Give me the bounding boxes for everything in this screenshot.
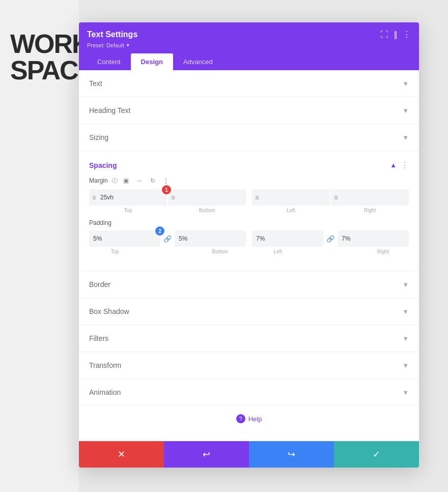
section-sizing-label: Sizing xyxy=(89,133,108,141)
more-margin-icon[interactable]: ⋮ xyxy=(161,176,171,185)
panel-header-top: Text Settings ⛶ ‖ ⋮ xyxy=(87,30,411,39)
panel-header: Text Settings ⛶ ‖ ⋮ Preset: Default ▼ Co… xyxy=(79,22,419,70)
link-icon: ≣ xyxy=(92,195,96,200)
padding-input-labels: Top Bottom Left Right xyxy=(89,249,409,254)
columns-icon[interactable]: ‖ xyxy=(394,30,398,39)
padding-lr-labels: Left Right xyxy=(252,249,409,254)
tab-bar: Content Design Advanced xyxy=(87,53,411,70)
section-transform[interactable]: Transform ▼ xyxy=(79,352,419,379)
margin-bottom-input-box: ≣ xyxy=(168,189,246,206)
preset-arrow-icon: ▼ xyxy=(126,43,130,48)
section-filters[interactable]: Filters ▼ xyxy=(79,325,419,352)
padding-bottom-input[interactable] xyxy=(175,230,246,247)
help-circle-icon[interactable]: ⓘ xyxy=(112,177,118,185)
padding-lr-link-icon[interactable]: 🔗 xyxy=(324,235,337,243)
padding-label-row: Padding xyxy=(89,219,409,226)
margin-top-input-box: ≣ 1 xyxy=(89,189,167,206)
margin-label-row: Margin ⓘ ▣ → ↻ ⋮ xyxy=(89,176,409,185)
section-border[interactable]: Border ▼ xyxy=(79,271,419,298)
margin-top-label: Top xyxy=(89,208,167,213)
section-heading-text[interactable]: Heading Text ▼ xyxy=(79,97,419,124)
panel-body: Text ▼ Heading Text ▼ Sizing ▼ Spacing ▲… xyxy=(79,70,419,441)
redo-button[interactable]: ↪ xyxy=(249,441,334,468)
spacing-header: Spacing ▲ ⋮ xyxy=(79,151,419,176)
panel-title: Text Settings xyxy=(87,30,137,39)
chevron-up-icon[interactable]: ▲ xyxy=(390,161,397,169)
section-text[interactable]: Text ▼ xyxy=(79,70,419,97)
section-transform-label: Transform xyxy=(89,361,121,369)
label-divider xyxy=(247,208,251,213)
margin-top-input[interactable] xyxy=(89,189,167,206)
padding-lr-group: 🔗 xyxy=(252,230,409,247)
section-text-label: Text xyxy=(89,79,102,88)
link-icon: ≣ xyxy=(171,195,175,200)
section-heading-text-label: Heading Text xyxy=(89,106,130,114)
padding-right-input-box xyxy=(338,230,409,247)
section-animation[interactable]: Animation ▼ xyxy=(79,379,419,406)
chevron-down-icon: ▼ xyxy=(402,80,409,88)
padding-link-icon[interactable]: 🔗 xyxy=(161,235,174,243)
section-sizing[interactable]: Sizing ▼ xyxy=(79,124,419,151)
preset-label[interactable]: Preset: Default ▼ xyxy=(87,42,411,48)
padding-top-label: Top xyxy=(89,249,141,254)
chevron-down-icon: ▼ xyxy=(402,335,409,342)
workspace-background: WORKSPACE xyxy=(0,0,79,492)
section-box-shadow-label: Box Shadow xyxy=(89,307,129,315)
padding-right-label: Right xyxy=(357,249,409,254)
padding-chain-space2 xyxy=(304,249,356,254)
more-icon[interactable]: ⋮ xyxy=(403,30,411,39)
link-icon: ≣ xyxy=(255,195,259,200)
section-box-shadow[interactable]: Box Shadow ▼ xyxy=(79,298,419,325)
padding-left-label: Left xyxy=(252,249,303,254)
margin-badge: 1 xyxy=(162,185,171,194)
margin-lr-group: ≣ ≣ xyxy=(252,189,409,206)
undo-button[interactable]: ↩ xyxy=(164,441,249,468)
chevron-down-icon: ▼ xyxy=(402,134,409,141)
margin-right-input[interactable] xyxy=(331,189,409,206)
header-icons: ⛶ ‖ ⋮ xyxy=(380,30,411,39)
margin-label: Margin xyxy=(89,177,108,184)
margin-left-label: Left xyxy=(252,208,330,213)
padding-right-input[interactable] xyxy=(338,230,409,247)
padding-tb-labels: Top Bottom xyxy=(89,249,246,254)
margin-tb-group: ≣ 1 ≣ xyxy=(89,189,246,206)
padding-left-input[interactable] xyxy=(252,230,323,247)
reset-icon[interactable]: ↻ xyxy=(148,176,157,185)
margin-right-input-box: ≣ xyxy=(331,189,409,206)
help-label: Help xyxy=(248,415,262,423)
spacing-content: Margin ⓘ ▣ → ↻ ⋮ ≣ 1 xyxy=(79,176,419,271)
cancel-button[interactable]: ✕ xyxy=(79,441,164,468)
help-icon: ? xyxy=(236,414,245,423)
chevron-down-icon: ▼ xyxy=(402,308,409,315)
chevron-down-icon: ▼ xyxy=(402,362,409,369)
padding-badge: 2 xyxy=(155,226,164,236)
margin-input-labels: Top Bottom Left Right xyxy=(89,208,409,213)
desktop-icon[interactable]: ▣ xyxy=(122,176,131,185)
save-button[interactable]: ✓ xyxy=(334,441,419,468)
section-border-label: Border xyxy=(89,280,110,288)
chevron-down-icon: ▼ xyxy=(402,389,409,396)
padding-divider xyxy=(247,230,251,247)
tab-design[interactable]: Design xyxy=(131,53,173,70)
margin-lr-labels: Left Right xyxy=(252,208,409,213)
margin-bottom-input[interactable] xyxy=(168,189,246,206)
settings-panel: Text Settings ⛶ ‖ ⋮ Preset: Default ▼ Co… xyxy=(79,22,419,468)
spacing-more-icon[interactable]: ⋮ xyxy=(401,160,409,170)
margin-left-input-box: ≣ xyxy=(252,189,330,206)
chevron-down-icon: ▼ xyxy=(402,107,409,114)
padding-top-input-box: 2 xyxy=(89,230,160,247)
margin-divider xyxy=(247,189,251,206)
padding-chain-space xyxy=(142,249,193,254)
section-filters-label: Filters xyxy=(89,334,108,342)
chevron-down-icon: ▼ xyxy=(402,281,409,288)
tab-content[interactable]: Content xyxy=(87,53,131,70)
tab-advanced[interactable]: Advanced xyxy=(173,53,223,70)
margin-left-input[interactable] xyxy=(252,189,330,206)
expand-icon[interactable]: ⛶ xyxy=(380,30,388,39)
action-bar: ✕ ↩ ↪ ✓ xyxy=(79,441,419,468)
margin-right-label: Right xyxy=(331,208,409,213)
padding-label: Padding xyxy=(89,219,111,226)
help-row[interactable]: ? Help xyxy=(79,406,419,431)
cursor-icon[interactable]: → xyxy=(135,176,144,185)
padding-top-input[interactable] xyxy=(89,230,160,247)
